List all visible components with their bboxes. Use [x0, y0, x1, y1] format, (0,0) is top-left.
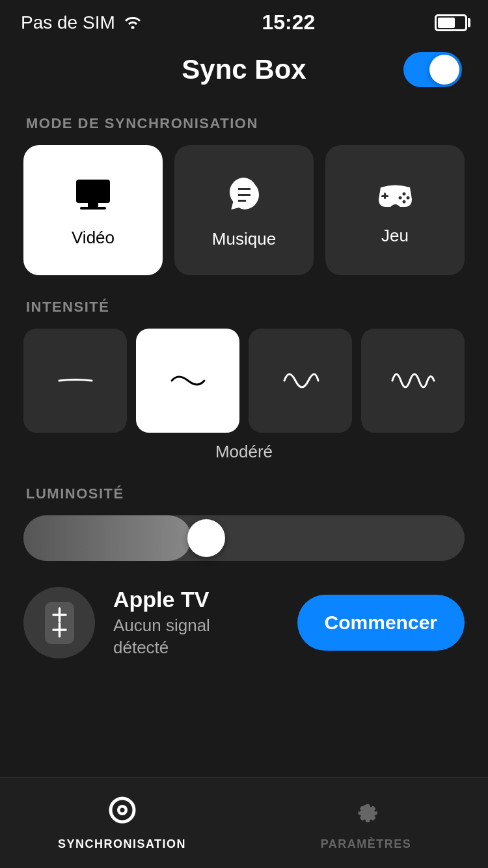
nav-label-sync: SYNCHRONISATION [58, 837, 186, 851]
intensity-card-subtle[interactable] [23, 329, 127, 433]
device-name: Apple TV [113, 587, 279, 612]
device-row: Apple TV Aucun signaldétecté Commencer [0, 567, 488, 679]
status-right [435, 14, 467, 31]
intensity-card-moderate[interactable] [136, 329, 239, 433]
musique-icon [226, 176, 262, 217]
nav-label-settings: PARAMÈTRES [321, 837, 412, 851]
mode-card-video[interactable]: Vidéo [23, 145, 163, 275]
jeu-icon [374, 180, 416, 214]
mode-label-musique: Musique [212, 229, 276, 249]
status-bar: Pas de SIM 15:22 [0, 0, 488, 41]
svg-point-8 [402, 200, 405, 204]
nav-item-settings[interactable]: PARAMÈTRES [244, 778, 488, 868]
luminosity-slider-container [0, 515, 488, 561]
device-info: Apple TV Aucun signaldétecté [113, 587, 279, 659]
mode-label-jeu: Jeu [381, 226, 409, 246]
intensity-card-intense[interactable] [361, 329, 465, 433]
settings-nav-icon [351, 795, 381, 832]
intensity-active-label: Modéré [0, 433, 488, 462]
intensity-cards-container [0, 329, 488, 433]
svg-rect-1 [88, 203, 98, 207]
power-toggle[interactable] [403, 52, 462, 87]
sync-nav-icon [107, 795, 137, 832]
battery-fill [438, 18, 455, 28]
toggle-knob [429, 55, 459, 85]
slider-track[interactable] [23, 515, 465, 561]
battery-indicator [435, 14, 467, 31]
wifi-icon [123, 12, 142, 33]
intensity-label: INTENSITÉ [0, 275, 488, 329]
video-icon [74, 178, 113, 216]
intensity-card-high[interactable] [249, 329, 352, 433]
mode-card-musique[interactable]: Musique [174, 145, 314, 275]
svg-rect-0 [76, 180, 110, 203]
start-button[interactable]: Commencer [297, 595, 465, 651]
luminosity-label: LUMINOSITÉ [0, 462, 488, 515]
svg-point-7 [398, 197, 401, 200]
sync-mode-label: MODE DE SYNCHRONISATION [0, 92, 488, 145]
nav-item-sync[interactable]: SYNCHRONISATION [0, 778, 244, 868]
mode-card-jeu[interactable]: Jeu [325, 145, 465, 275]
slider-thumb[interactable] [187, 519, 225, 557]
device-status: Aucun signaldétecté [113, 615, 279, 659]
svg-point-5 [402, 193, 405, 196]
svg-point-6 [406, 197, 409, 200]
svg-rect-2 [80, 207, 106, 210]
carrier-text: Pas de SIM [21, 12, 115, 33]
device-icon [23, 587, 95, 658]
mode-cards-container: Vidéo Musique Jeu [0, 145, 488, 275]
header: Sync Box [0, 41, 488, 92]
bottom-nav: SYNCHRONISATION PARAMÈTRES [0, 777, 488, 868]
slider-fill [23, 515, 191, 561]
time-display: 15:22 [262, 10, 315, 34]
svg-rect-4 [381, 195, 388, 197]
status-left: Pas de SIM [21, 12, 142, 33]
page-title: Sync Box [182, 54, 306, 85]
svg-point-16 [120, 807, 124, 812]
mode-label-video: Vidéo [72, 228, 115, 248]
